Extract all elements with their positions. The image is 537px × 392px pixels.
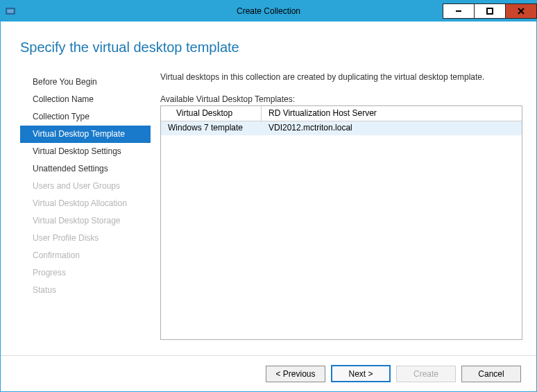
cell-virtual-desktop: Windows 7 template (161, 121, 262, 135)
templates-grid[interactable]: Virtual Desktop RD Virtualization Host S… (160, 105, 522, 340)
close-button[interactable] (505, 3, 537, 19)
previous-button[interactable]: < Previous (266, 366, 325, 382)
table-row[interactable]: Windows 7 templateVDI2012.mctriton.local (161, 121, 522, 135)
next-button[interactable]: Next > (331, 365, 391, 382)
titlebar: Create Collection (1, 1, 536, 22)
minimize-button[interactable] (443, 3, 475, 19)
step-status: Status (20, 282, 151, 299)
templates-label: Available Virtual Desktop Templates: (160, 94, 522, 104)
maximize-button[interactable] (474, 3, 506, 19)
svg-rect-1 (8, 10, 13, 12)
step-before-you-begin[interactable]: Before You Begin (20, 74, 151, 91)
step-virtual-desktop-template[interactable]: Virtual Desktop Template (20, 126, 151, 143)
step-users-and-user-groups: Users and User Groups (20, 178, 151, 195)
step-unattended-settings[interactable]: Unattended Settings (20, 160, 151, 178)
app-icon (5, 6, 16, 17)
create-button: Create (396, 366, 456, 382)
column-host-server[interactable]: RD Virtualization Host Server (262, 106, 522, 121)
cancel-button[interactable]: Cancel (461, 366, 521, 382)
window-controls (443, 3, 536, 19)
wizard-steps-sidebar: Before You BeginCollection NameCollectio… (20, 72, 151, 340)
step-virtual-desktop-settings[interactable]: Virtual Desktop Settings (20, 143, 151, 160)
step-progress: Progress (20, 264, 151, 282)
svg-rect-2 (456, 10, 461, 12)
wizard-content: Specify the virtual desktop template Bef… (1, 22, 536, 391)
wizard-main-panel: Virtual desktops in this collection are … (151, 72, 522, 340)
column-virtual-desktop[interactable]: Virtual Desktop (161, 106, 262, 121)
step-user-profile-disks: User Profile Disks (20, 230, 151, 247)
page-title: Specify the virtual desktop template (20, 40, 522, 56)
step-collection-type[interactable]: Collection Type (20, 108, 151, 126)
grid-header: Virtual Desktop RD Virtualization Host S… (161, 106, 522, 121)
step-confirmation: Confirmation (20, 247, 151, 264)
cell-host-server: VDI2012.mctriton.local (262, 121, 522, 135)
step-collection-name[interactable]: Collection Name (20, 91, 151, 108)
svg-rect-3 (487, 8, 493, 14)
step-virtual-desktop-storage: Virtual Desktop Storage (20, 212, 151, 230)
step-virtual-desktop-allocation: Virtual Desktop Allocation (20, 195, 151, 212)
page-description: Virtual desktops in this collection are … (160, 72, 522, 82)
wizard-window: Create Collection Specify the virtual de… (0, 0, 537, 392)
wizard-footer: < Previous Next > Create Cancel (1, 355, 536, 391)
